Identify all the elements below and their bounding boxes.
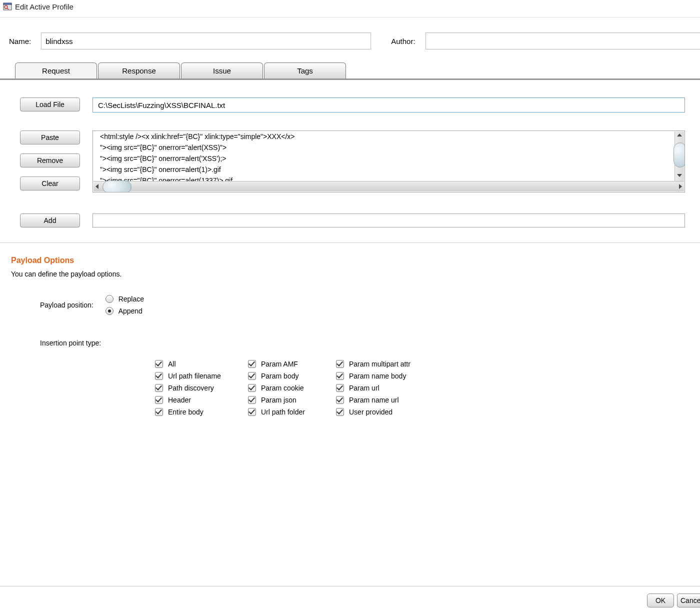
radio-replace-label: Replace xyxy=(118,295,144,303)
payload-position-row: Payload position: Replace Append xyxy=(40,293,700,317)
window-title: Edit Active Profile xyxy=(15,2,74,11)
check-all[interactable]: All xyxy=(155,360,235,368)
paste-button[interactable]: Paste xyxy=(20,130,80,144)
tab-tags[interactable]: Tags xyxy=(264,62,346,78)
radio-replace[interactable]: Replace xyxy=(106,295,144,303)
check-param-multipart-attr[interactable]: Param multipart attr xyxy=(336,360,410,368)
tab-body: Load File Paste Remove Clear <html:style… xyxy=(0,80,700,243)
payload-options-title: Payload Options xyxy=(0,243,700,265)
author-label: Author: xyxy=(391,37,415,46)
tabs: Request Response Issue Tags Load File Pa… xyxy=(0,62,700,243)
window-titlebar: Edit Active Profile xyxy=(0,0,700,13)
author-field[interactable] xyxy=(426,32,700,50)
horizontal-scrollbar[interactable] xyxy=(94,181,684,192)
file-path-input[interactable] xyxy=(92,98,685,112)
check-param-cookie[interactable]: Param cookie xyxy=(248,384,323,392)
payload-listbox[interactable]: <html:style /><x xlink:href="{BC}" xlink… xyxy=(92,130,685,192)
scroll-down-icon[interactable] xyxy=(677,174,682,177)
scroll-right-icon[interactable] xyxy=(679,184,682,189)
payload-options-desc: You can define the payload options. xyxy=(0,265,700,278)
add-input[interactable] xyxy=(92,214,685,228)
check-param-body[interactable]: Param body xyxy=(248,372,323,380)
check-entire-body[interactable]: Entire body xyxy=(155,408,235,416)
tab-issue[interactable]: Issue xyxy=(181,62,263,78)
payload-position-label: Payload position: xyxy=(40,301,94,309)
load-file-button[interactable]: Load File xyxy=(20,98,80,112)
scrollbar-thumb[interactable] xyxy=(674,142,685,168)
insertion-point-label: Insertion point type: xyxy=(40,339,700,347)
list-item[interactable]: "><img src="{BC}" onerror="alert(XSS)"> xyxy=(93,142,684,153)
add-button[interactable]: Add xyxy=(20,214,80,228)
radio-append[interactable]: Append xyxy=(106,307,144,315)
radio-append-label: Append xyxy=(118,307,142,315)
check-param-amf[interactable]: Param AMF xyxy=(248,360,323,368)
check-param-json[interactable]: Param json xyxy=(248,396,323,404)
tab-request[interactable]: Request xyxy=(15,62,97,78)
list-item[interactable]: <html:style /><x xlink:href="{BC}" xlink… xyxy=(93,131,684,142)
app-icon xyxy=(3,2,12,11)
check-param-name-body[interactable]: Param name body xyxy=(336,372,410,380)
list-item[interactable]: "><img src="{BC}" onerror=alert('XSS');> xyxy=(93,153,684,164)
check-user-provided[interactable]: User provided xyxy=(336,408,410,416)
remove-button[interactable]: Remove xyxy=(20,154,80,168)
check-url-path-folder[interactable]: Url path folder xyxy=(248,408,323,416)
check-url-path-filename[interactable]: Url path filename xyxy=(155,372,235,380)
header-row: Name: Author: xyxy=(0,18,700,60)
name-field[interactable] xyxy=(41,32,371,50)
tab-response[interactable]: Response xyxy=(98,62,180,78)
scroll-left-icon[interactable] xyxy=(96,184,98,189)
scroll-up-icon[interactable] xyxy=(677,134,682,136)
vertical-scrollbar[interactable] xyxy=(674,132,684,181)
check-param-url[interactable]: Param url xyxy=(336,384,410,392)
insertion-checkbox-grid: All Url path filename Path discovery Hea… xyxy=(155,356,700,420)
check-path-discovery[interactable]: Path discovery xyxy=(155,384,235,392)
svg-rect-3 xyxy=(4,3,12,4)
name-label: Name: xyxy=(9,37,31,46)
check-header[interactable]: Header xyxy=(155,396,235,404)
ok-button[interactable]: OK xyxy=(647,594,674,608)
clear-button[interactable]: Clear xyxy=(20,176,80,190)
cancel-button[interactable]: Cance xyxy=(677,594,700,608)
list-item[interactable]: "><img src="{BC}" onerror=alert(1)>.gif xyxy=(93,164,684,175)
check-param-name-url[interactable]: Param name url xyxy=(336,396,410,404)
dialog-footer: OK Cance xyxy=(0,586,700,608)
scrollbar-thumb[interactable] xyxy=(102,180,132,192)
